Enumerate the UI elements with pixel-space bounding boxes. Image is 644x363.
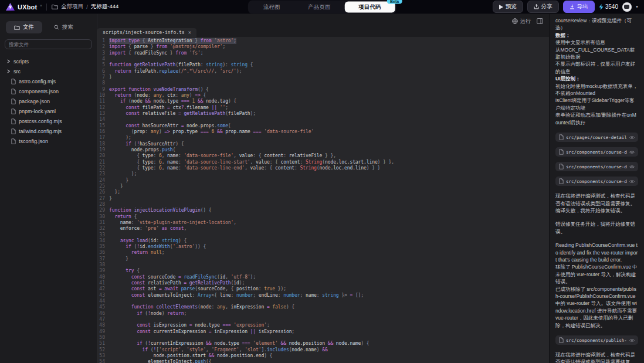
download-icon [570, 4, 575, 9]
file-icon [11, 138, 16, 144]
line-number: 4 [97, 56, 109, 62]
tree-item-label: scripts [13, 59, 29, 65]
sidebar-tab-search[interactable]: 搜索 [46, 21, 82, 33]
code-line: 21 { type: 6, name: 'data-source-line-st… [97, 160, 549, 165]
file-reference-chip[interactable]: src/components/course-detail... [555, 147, 638, 157]
uxbot-logo[interactable]: UXbot° [6, 3, 42, 11]
tree-item-label: postcss.config.mjs [19, 118, 62, 124]
file-search-input[interactable] [9, 42, 88, 48]
topbar-divider [46, 4, 47, 11]
eye-icon[interactable] [629, 179, 635, 184]
tree-item-label: tsconfig.json [19, 138, 48, 144]
line-number: 40 [97, 274, 109, 280]
code-line: 40 const sourceCode = readFileSync(id, '… [97, 274, 549, 280]
logo-sup: ° [40, 5, 42, 9]
chevron-down-icon[interactable]: ▾ [636, 4, 638, 9]
mode-tab-inactive[interactable]: 流程图 [249, 1, 294, 12]
file-icon [11, 89, 16, 94]
code-line: 4 [97, 56, 549, 62]
code-line: 51 if (!currentInExpression && node.type… [97, 341, 549, 347]
assistant-message-line: 现在我将进行编译测试，检查代码是否有语法错误或类型问题需要修复。 [555, 192, 638, 207]
share-icon [534, 4, 539, 9]
tree-item-tsconfig.json[interactable]: tsconfig.json [5, 136, 92, 146]
line-number: 32 [97, 226, 109, 232]
share-button[interactable]: 分享 [527, 1, 559, 13]
breadcrumb: 全部项目 / 无标题-444 [52, 3, 118, 11]
code-line: 1import type { AstroIntegration } from '… [97, 38, 549, 44]
assistant-message-line: 移除了 PublishCourseConfirm.vue 中未使用的 vue-r… [555, 263, 638, 285]
code-line: 19 node.props.push( [97, 147, 549, 153]
file-reference-chip[interactable]: src/components/course-detail... [555, 177, 638, 186]
preview-button[interactable]: 预览 [493, 1, 523, 13]
tree-item-package.json[interactable]: package.json [5, 96, 92, 106]
eye-icon[interactable] [629, 165, 635, 169]
run-button[interactable]: 运行 [512, 18, 531, 25]
file-search-box[interactable] [5, 39, 92, 49]
export-button[interactable]: 导出 [563, 1, 595, 13]
file-reference-chip[interactable]: src/pages/course-details-entr... [555, 133, 638, 142]
code-line: 3import { readFileSync } from 'fs'; [97, 50, 549, 56]
code-line: 34 async load(id: string) { [97, 238, 549, 244]
line-number: 45 [97, 304, 109, 310]
code-line: 13 const relativeFile = getRelativePath(… [97, 111, 549, 117]
eye-icon[interactable] [629, 338, 635, 342]
code-line: 29function injectLocationVitePlugin() { [97, 208, 549, 213]
line-number: 30 [97, 214, 109, 220]
file-reference-label: src/pages/course-details-entr... [566, 135, 627, 140]
close-tab-icon[interactable]: ✕ [188, 29, 191, 35]
code-line: 35 if (!id.endsWith('.astro')) { [97, 244, 549, 250]
breadcrumb-all-projects[interactable]: 全部项目 [61, 3, 83, 11]
line-number: 28 [97, 202, 109, 208]
line-number: 41 [97, 280, 109, 286]
mode-tab-active[interactable]: 项目代码Beta [344, 1, 395, 12]
code-line: 53 node.position.start && node.position.… [97, 353, 549, 359]
topbar-right: 预览 分享 导出 3540 ▾ [493, 1, 638, 13]
avatar[interactable] [622, 2, 632, 12]
editor-tab-active[interactable]: scripts/inject-source-info.ts ✕ [97, 28, 196, 37]
file-reference-chip[interactable]: src/components/publish-cour... [555, 335, 638, 345]
code-line: 33 [97, 232, 549, 238]
code-line: 47 [97, 317, 549, 323]
code-line: 23 ); [97, 171, 549, 177]
line-number: 50 [97, 335, 109, 341]
file-tree: scriptssrcastro.config.mjscomponents.jso… [5, 56, 92, 146]
breadcrumb-project-name[interactable]: 无标题-444 [91, 3, 119, 11]
eye-icon[interactable] [629, 150, 635, 154]
sidebar-tab-files-label: 文件 [23, 23, 34, 31]
tree-item-components.json[interactable]: components.json [5, 86, 92, 96]
sidebar-tab-files[interactable]: 文件 [6, 21, 42, 33]
code-line: 44 [97, 298, 549, 304]
globe-icon [512, 18, 518, 24]
run-button-label: 运行 [520, 18, 531, 25]
code-line: 11 if (node && node.type === 1 && node.t… [97, 99, 549, 104]
file-reference-chip[interactable]: src/components/course-detail... [555, 162, 638, 171]
tree-item-label: package.json [19, 99, 50, 104]
tree-item-astro.config.mjs[interactable]: astro.config.mjs [5, 76, 92, 86]
credits-counter[interactable]: 3540 [599, 4, 618, 10]
tree-item-postcss.config.mjs[interactable]: postcss.config.mjs [5, 116, 92, 126]
code-editor[interactable]: 1import type { AstroIntegration } from '… [97, 37, 549, 363]
mode-tab-inactive[interactable]: 产品页面 [294, 1, 344, 12]
code-line: 7} [97, 74, 549, 80]
code-line: 25 } [97, 184, 549, 189]
uxbot-logo-icon [6, 3, 15, 11]
code-line: 49 const currentInExpression = inExpress… [97, 329, 549, 335]
code-line: 15 const hasSourceAttr = node.props.some… [97, 123, 549, 129]
line-number: 53 [97, 353, 109, 359]
split-panel-icon[interactable] [537, 18, 543, 24]
tree-item-label: components.json [19, 89, 59, 94]
tree-item-src[interactable]: src [5, 66, 92, 76]
line-number: 8 [97, 80, 109, 86]
line-number: 34 [97, 238, 109, 244]
code-line: 50 [97, 335, 549, 341]
line-number: 39 [97, 268, 109, 274]
share-button-label: 分享 [541, 3, 553, 11]
assistant-message-line: 表单验证和动态添加/删除操作在onMounted后执行 [555, 111, 638, 126]
line-number: 23 [97, 171, 109, 177]
tree-item-scripts[interactable]: scripts [5, 56, 92, 66]
line-number: 5 [97, 62, 109, 68]
tree-item-tailwind.config.mjs[interactable]: tailwind.config.mjs [5, 126, 92, 136]
tree-item-pnpm-lock.yaml[interactable]: pnpm-lock.yaml [5, 106, 92, 116]
line-number: 10 [97, 93, 109, 99]
eye-icon[interactable] [629, 135, 635, 140]
